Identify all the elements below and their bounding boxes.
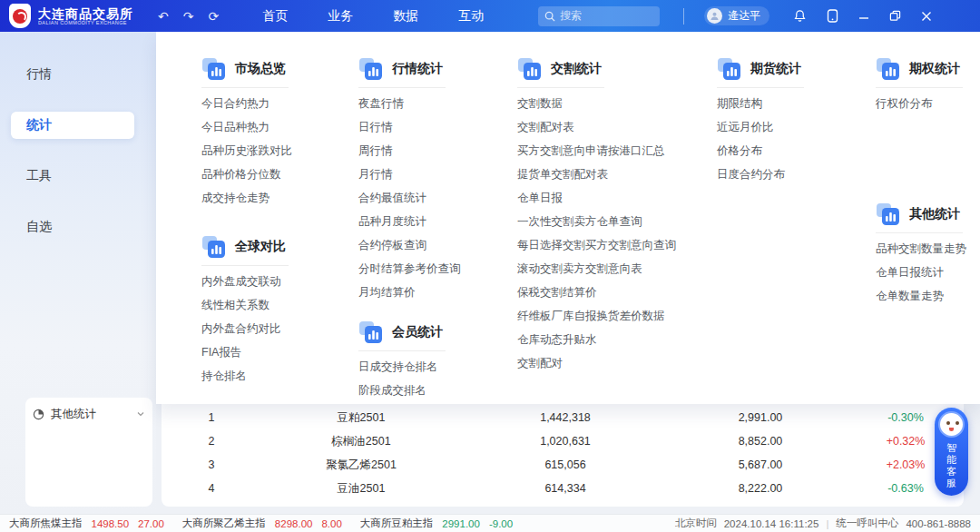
menu-item-一次性交割卖方仓单查询[interactable]: 一次性交割卖方仓单查询 — [517, 210, 712, 233]
ticker-label: 大商所聚乙烯主指 — [182, 517, 266, 530]
menu-item-持仓排名[interactable]: 持仓排名 — [201, 364, 351, 388]
menu-item-仓单数量走势[interactable]: 仓单数量走势 — [876, 284, 977, 308]
menu-item-FIA报告[interactable]: FIA报告 — [201, 340, 351, 364]
mega-menu-column-3: 交割统计交割数据交割配对表买方交割意向申请按港口汇总提货单交割配对表仓单日报一次… — [517, 57, 712, 391]
refresh-icon[interactable]: ⟳ — [208, 9, 219, 24]
other-stats-panel-header[interactable]: 其他统计 — [25, 398, 152, 422]
menu-section-items: 交割数据交割配对表买方交割意向申请按港口汇总提货单交割配对表仓单日报一次性交割卖… — [517, 92, 712, 375]
table-row[interactable]: 4豆油2501614,3348,222.00-0.63% — [162, 477, 964, 500]
menu-item-合约停板查询[interactable]: 合约停板查询 — [358, 233, 511, 257]
back-icon[interactable]: ↶ — [158, 9, 169, 24]
menu-item-阶段成交排名[interactable]: 阶段成交排名 — [358, 379, 511, 402]
menu-item-品种月度统计[interactable]: 品种月度统计 — [358, 210, 511, 233]
top-nav-item-数据[interactable]: 数据 — [393, 8, 418, 25]
menu-section-items: 期限结构近远月价比价格分布日度合约分布 — [717, 92, 862, 186]
menu-item-交割配对[interactable]: 交割配对 — [517, 351, 712, 375]
mega-menu-column-2: 行情统计夜盘行情日行情周行情月行情合约最值统计品种月度统计合约停板查询分时结算参… — [358, 57, 511, 419]
menu-item-夜盘行情[interactable]: 夜盘行情 — [358, 92, 511, 115]
menu-item-成交持仓走势[interactable]: 成交持仓走势 — [201, 186, 351, 210]
stat-chart-icon — [876, 202, 900, 226]
stat-chart-icon — [876, 57, 900, 81]
ticker-change: 8.00 — [321, 518, 341, 529]
ticker-price: 2991.00 — [442, 518, 480, 529]
menu-item-今日品种热力[interactable]: 今日品种热力 — [201, 115, 351, 139]
ticker-item[interactable]: 大商所焦煤主指1498.5027.00 — [9, 517, 164, 530]
index-ticker: 大商所焦煤主指1498.5027.00大商所聚乙烯主指8298.008.00大商… — [9, 517, 513, 530]
sidebar-item-统计[interactable]: 统计 — [11, 112, 134, 139]
table-row[interactable]: 1豆粕25011,442,3182,991.00-0.30% — [162, 406, 964, 429]
menu-item-品种历史涨跌对比[interactable]: 品种历史涨跌对比 — [201, 139, 351, 163]
menu-item-周行情[interactable]: 周行情 — [358, 139, 511, 163]
service-label: 智能客服 — [946, 442, 957, 489]
cell-contract-name: 豆油2501 — [261, 481, 461, 497]
top-nav-item-互动[interactable]: 互动 — [458, 8, 484, 25]
menu-section-title: 期货统计 — [750, 61, 801, 77]
menu-item-仓单日报统计[interactable]: 仓单日报统计 — [876, 261, 977, 284]
menu-item-日行情[interactable]: 日行情 — [358, 115, 511, 139]
sidebar-item-工具[interactable]: 工具 — [11, 163, 134, 190]
chevron-down-icon[interactable] — [136, 409, 145, 421]
forward-icon[interactable]: ↷ — [183, 9, 194, 24]
menu-item-今日合约热力[interactable]: 今日合约热力 — [201, 92, 351, 115]
menu-item-提货单交割配对表[interactable]: 提货单交割配对表 — [517, 163, 712, 186]
notification-bell-icon[interactable] — [793, 9, 807, 23]
menu-item-近远月价比[interactable]: 近远月价比 — [717, 115, 862, 139]
user-chip[interactable]: 逄达平 — [704, 6, 769, 25]
menu-item-合约最值统计[interactable]: 合约最值统计 — [358, 186, 511, 210]
menu-item-仓库动态升贴水[interactable]: 仓库动态升贴水 — [517, 328, 712, 351]
cell-volume: 615,056 — [461, 458, 670, 471]
menu-item-品种交割数量走势[interactable]: 品种交割数量走势 — [876, 237, 977, 261]
menu-item-滚动交割卖方交割意向表[interactable]: 滚动交割卖方交割意向表 — [517, 257, 712, 281]
mega-menu-column-5: 期权统计行权价分布其他统计品种交割数量走势仓单日报统计仓单数量走势 — [876, 57, 977, 324]
menu-item-行权价分布[interactable]: 行权价分布 — [876, 92, 977, 115]
menu-item-交割配对表[interactable]: 交割配对表 — [517, 115, 712, 139]
menu-item-线性相关系数[interactable]: 线性相关系数 — [201, 293, 351, 317]
menu-item-纤维板厂库自报换货差价数据[interactable]: 纤维板厂库自报换货差价数据 — [517, 304, 712, 328]
beijing-time-label: 北京时间 — [675, 517, 717, 530]
menu-item-月行情[interactable]: 月行情 — [358, 163, 511, 186]
menu-item-日成交持仓排名[interactable]: 日成交持仓排名 — [358, 355, 511, 379]
ticker-label: 大商所豆粕主指 — [360, 517, 434, 530]
menu-item-分时结算参考价查询[interactable]: 分时结算参考价查询 — [358, 257, 511, 281]
menu-item-品种价格分位数[interactable]: 品种价格分位数 — [201, 163, 351, 186]
menu-section-items: 日成交持仓排名阶段成交排名 — [358, 355, 511, 402]
menu-item-内外盘成交联动[interactable]: 内外盘成交联动 — [201, 270, 351, 293]
menu-item-买方交割意向申请按港口汇总[interactable]: 买方交割意向申请按港口汇总 — [517, 139, 712, 163]
sidebar-item-行情[interactable]: 行情 — [11, 61, 134, 88]
mobile-app-icon[interactable] — [827, 9, 838, 23]
menu-section-交割统计: 交割统计交割数据交割配对表买方交割意向申请按港口汇总提货单交割配对表仓单日报一次… — [517, 57, 712, 375]
search-input[interactable]: 搜索 — [538, 6, 660, 26]
stat-chart-icon — [358, 57, 383, 81]
cell-rank: 4 — [162, 482, 261, 495]
menu-item-日度合约分布[interactable]: 日度合约分布 — [717, 163, 862, 186]
table-row[interactable]: 3聚氯乙烯2501615,0565,687.00+2.03% — [162, 453, 964, 477]
ticker-item[interactable]: 大商所豆粕主指2991.00-9.00 — [360, 517, 513, 530]
menu-item-内外盘合约对比[interactable]: 内外盘合约对比 — [201, 317, 351, 340]
menu-section-title: 行情统计 — [392, 61, 443, 77]
menu-item-价格分布[interactable]: 价格分布 — [717, 139, 862, 163]
smart-customer-service-widget[interactable]: 智能客服 — [935, 408, 968, 496]
minimize-button[interactable] — [858, 11, 869, 22]
search-icon — [544, 11, 555, 22]
top-nav-item-业务[interactable]: 业务 — [328, 8, 353, 25]
table-row[interactable]: 2棕榈油25011,020,6318,852.00+0.32% — [162, 429, 964, 453]
avatar — [707, 8, 722, 24]
menu-item-保税交割结算价[interactable]: 保税交割结算价 — [517, 281, 712, 304]
close-button[interactable] — [921, 11, 932, 22]
menu-section-全球对比: 全球对比内外盘成交联动线性相关系数内外盘合约对比FIA报告持仓排名 — [201, 235, 351, 388]
menu-section-items: 今日合约热力今日品种热力品种历史涨跌对比品种价格分位数成交持仓走势 — [201, 92, 351, 210]
ticker-item[interactable]: 大商所聚乙烯主指8298.008.00 — [182, 517, 342, 530]
cell-rank: 2 — [162, 435, 261, 448]
menu-item-期限结构[interactable]: 期限结构 — [717, 92, 862, 115]
menu-section-title: 市场总览 — [235, 61, 286, 77]
menu-item-交割数据[interactable]: 交割数据 — [517, 92, 712, 115]
status-bar: 大商所焦煤主指1498.5027.00大商所聚乙烯主指8298.008.00大商… — [0, 514, 980, 532]
menu-section-title: 会员统计 — [392, 324, 443, 340]
menu-section-期权统计: 期权统计行权价分布 — [876, 57, 977, 115]
restore-window-button[interactable] — [889, 10, 901, 22]
sidebar-item-自选[interactable]: 自选 — [11, 213, 134, 241]
menu-item-仓单日报[interactable]: 仓单日报 — [517, 186, 712, 210]
menu-item-每日选择交割买方交割意向查询[interactable]: 每日选择交割买方交割意向查询 — [517, 233, 712, 257]
top-nav-item-首页[interactable]: 首页 — [262, 8, 288, 25]
menu-item-月均结算价[interactable]: 月均结算价 — [358, 281, 511, 304]
